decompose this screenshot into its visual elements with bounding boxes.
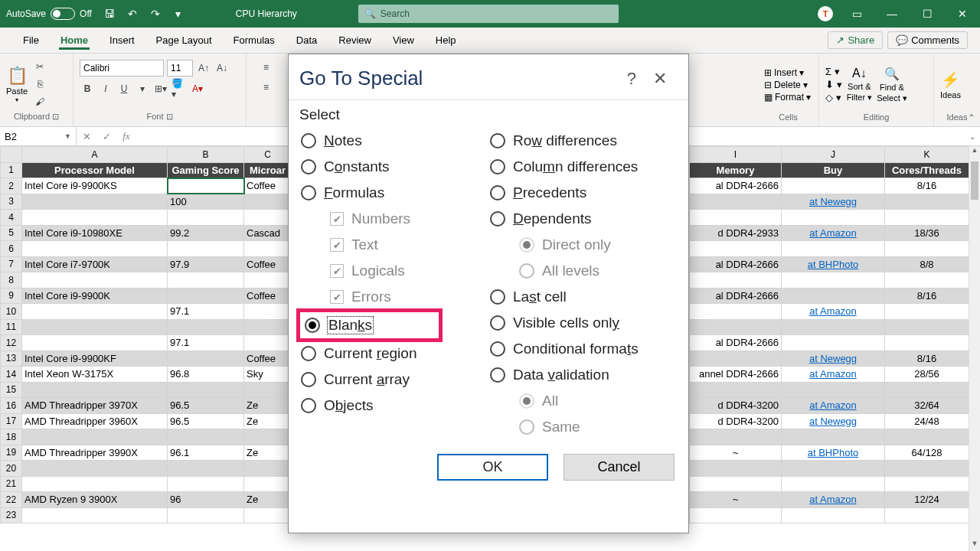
tab-page-layout[interactable]: Page Layout [145,28,223,53]
row-header[interactable]: 9 [1,288,22,304]
name-box[interactable]: B2 ▼ [0,127,77,145]
option-precedents[interactable]: Precedents [488,180,678,206]
select-all-corner[interactable] [1,147,22,163]
align-top-icon[interactable]: ≡ [259,60,274,75]
tab-formulas[interactable]: Formulas [223,28,286,53]
row-header[interactable]: 23 [1,507,22,523]
buy-link[interactable]: at Newegg [782,413,885,429]
underline-button[interactable]: U [116,81,132,96]
insert-cells-button[interactable]: ⊞ Insert ▾ [764,67,811,78]
row-header[interactable]: 19 [1,445,22,461]
buy-link[interactable]: at Amazon [782,225,885,241]
expand-formula-bar-icon[interactable]: ⌄ [965,132,980,141]
option-current-array[interactable]: Current array [299,367,488,393]
tab-review[interactable]: Review [328,28,382,53]
col-header-k[interactable]: K [885,147,969,163]
font-name-select[interactable] [80,60,164,77]
insert-function-icon[interactable]: fx [116,130,136,142]
row-header[interactable]: 2 [1,178,22,194]
underline-dropdown-icon[interactable]: ▾ [135,81,150,96]
share-button[interactable]: ↗ Share [828,31,883,49]
namebox-dropdown-icon[interactable]: ▼ [64,132,71,140]
buy-link[interactable]: at Amazon [782,304,885,320]
row-header[interactable]: 17 [1,413,22,429]
scroll-thumb[interactable] [971,161,978,200]
scroll-down-icon[interactable]: ▼ [969,540,980,551]
col-header-j[interactable]: J [782,147,885,163]
autosum-button[interactable]: Σ ▾ [825,66,842,77]
format-painter-icon[interactable]: 🖌 [32,94,47,109]
undo-icon[interactable]: ↶ [121,8,144,20]
bold-button[interactable]: B [80,81,95,96]
scroll-up-icon[interactable]: ▲ [969,146,980,158]
minimize-icon[interactable]: — [880,8,903,20]
row-header[interactable]: 18 [1,429,22,445]
cut-icon[interactable]: ✂ [32,59,47,74]
row-header[interactable]: 8 [1,272,22,289]
font-size-select[interactable] [167,60,193,77]
row-header[interactable]: 3 [1,194,22,210]
buy-link[interactable]: at Amazon [782,398,885,414]
row-header[interactable]: 16 [1,398,22,414]
align-left-icon[interactable]: ≡ [259,80,274,95]
autosave-toggle[interactable]: AutoSave Off [0,8,98,20]
user-avatar[interactable]: T [818,6,833,21]
tab-help[interactable]: Help [425,28,467,53]
font-color-button[interactable]: A▾ [190,81,205,96]
buy-link[interactable]: at Newegg [782,194,885,210]
option-row-differences[interactable]: Row differences [488,128,678,154]
ideas-button[interactable]: ⚡ Ideas [940,70,961,99]
option-conditional-formats[interactable]: Conditional formats [488,336,678,362]
col-header-a[interactable]: A [22,147,168,163]
buy-link[interactable]: at BHPhoto [782,445,885,461]
cancel-formula-icon[interactable]: ✕ [77,131,96,142]
buy-link[interactable]: at Newegg [782,350,885,367]
comments-button[interactable]: 💬 Comments [887,31,968,49]
vertical-scrollbar[interactable]: ▲ ▼ [969,146,980,551]
option-blanks[interactable]: Blanks [300,312,377,338]
delete-cells-button[interactable]: ⊟ Delete ▾ [764,80,811,90]
ribbon-mode-icon[interactable]: ▭ [845,8,868,20]
col-header-b[interactable]: B [168,147,244,163]
option-formulas[interactable]: Formulas [299,180,488,206]
row-header[interactable]: 22 [1,492,22,508]
format-cells-button[interactable]: ▦ Format ▾ [764,92,811,103]
paste-button[interactable]: 📋 Paste ▾ [6,66,28,103]
fill-button[interactable]: ⬇ ▾ [825,79,842,90]
row-header[interactable]: 13 [1,350,22,367]
option-objects[interactable]: Objects [299,393,488,419]
maximize-icon[interactable]: ☐ [916,8,939,20]
fill-color-button[interactable]: 🪣▾ [172,81,187,96]
row-header[interactable]: 1 [1,162,22,178]
tab-insert[interactable]: Insert [99,28,145,53]
row-header[interactable]: 14 [1,367,22,383]
col-header-i[interactable]: I [690,147,782,163]
row-header[interactable]: 21 [1,476,22,492]
enter-formula-icon[interactable]: ✓ [96,131,116,142]
sort-filter-button[interactable]: A↓ Sort & Filter ▾ [847,67,873,103]
italic-button[interactable]: I [98,81,113,96]
buy-link[interactable]: at Amazon [782,367,885,383]
row-header[interactable]: 10 [1,304,22,320]
option-visible-cells[interactable]: Visible cells only [488,310,678,336]
option-data-validation[interactable]: Data validation [488,362,678,388]
tab-home[interactable]: Home [50,28,99,53]
close-window-icon[interactable]: ✕ [951,8,974,20]
row-header[interactable]: 6 [1,241,22,257]
dialog-close-icon[interactable]: ✕ [648,69,671,89]
row-header[interactable]: 12 [1,335,22,351]
decrease-font-icon[interactable]: A↓ [214,60,230,76]
col-header-c[interactable]: C [244,147,292,163]
ok-button[interactable]: OK [437,454,548,481]
row-header[interactable]: 4 [1,210,22,226]
increase-font-icon[interactable]: A↑ [196,60,211,76]
row-header[interactable]: 11 [1,319,22,335]
cancel-button[interactable]: Cancel [564,454,675,481]
row-header[interactable]: 15 [1,382,22,398]
clear-button[interactable]: ◇ ▾ [825,92,842,103]
option-constants[interactable]: Constants [299,154,488,180]
copy-icon[interactable]: ⎘ [32,77,47,92]
buy-link[interactable]: at Amazon [782,492,885,508]
row-header[interactable]: 7 [1,256,22,272]
find-select-button[interactable]: 🔍 Find & Select ▾ [877,67,907,103]
